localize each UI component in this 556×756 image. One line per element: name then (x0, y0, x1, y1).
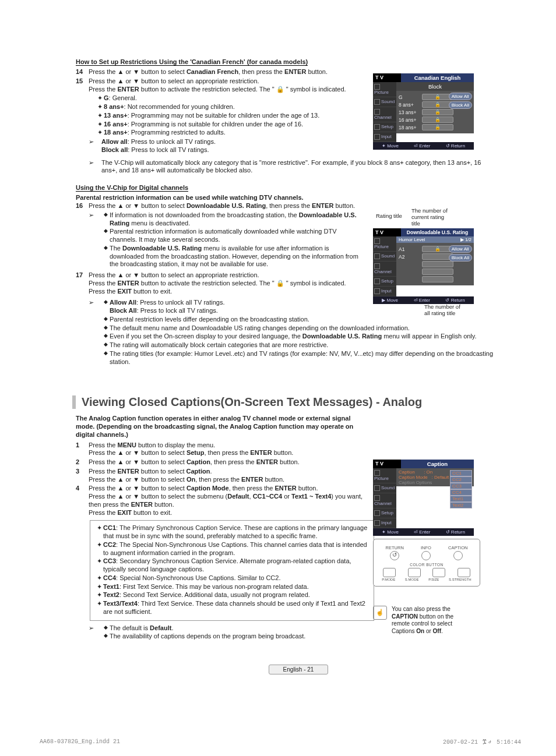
annotation-all-rating: The number of all rating title (424, 303, 460, 316)
tv-side-setup: Setup (381, 278, 393, 284)
text-bold: ENTER (284, 68, 306, 75)
rating-label: G (104, 94, 109, 101)
tv-side-sound: Sound (381, 253, 395, 259)
tv-page-indicator: 1/2 (465, 237, 471, 242)
text: , then press the (266, 202, 312, 209)
text-bold: Allow All (110, 299, 136, 306)
text: The default menu name and Downloadable U… (110, 324, 410, 333)
tv-caption-mode-row: Caption Mode (399, 475, 428, 480)
caption-intro: The Analog Caption function operates in … (76, 415, 367, 439)
text: Press the ▲ or ▼ button to select an app… (89, 77, 259, 84)
tv-block-all-button[interactable]: Block All (449, 101, 472, 109)
text: : Press to unlock all TV ratings. (128, 138, 216, 145)
rating-desc: : Programming may not be suitable for ch… (128, 112, 320, 119)
tv-sidebar: Picture Sound Channel Setup Input (373, 468, 396, 528)
tv-side-input: Input (381, 134, 392, 139)
caption-tip: ☝ You can also press the CAPTION button … (373, 606, 472, 635)
footer-metadata: AA68-03782G_Eng.indd 21 2007-02-21 ᎎ႕ 5:… (40, 739, 521, 746)
step-number: 17 (76, 271, 89, 295)
text: Press the (89, 288, 118, 295)
text: Press the ▲ or ▼ button to select (89, 202, 186, 209)
rating-desc: : Programming is not suitable for childr… (128, 121, 303, 128)
step-number: 15 (76, 77, 89, 156)
return-icon (390, 551, 399, 560)
tv-opt: CC1 (450, 470, 472, 476)
tv-footer-return: Return (451, 529, 465, 535)
rating-label: 8 ans+ (104, 103, 124, 110)
text: menu is deactivated. (129, 220, 190, 227)
tv-opt: CC4 (450, 489, 472, 496)
tv-side-channel: Channel (374, 269, 392, 274)
section-title-canadian-french: How to Set up Restrictions Using the 'Ca… (76, 58, 308, 66)
text: Parental restriction information is auto… (110, 228, 361, 244)
annotation-current-rating: The number of current rating title (411, 207, 448, 227)
tv-allow-all-button[interactable]: Allow All (449, 245, 472, 253)
text: Even if you set the On-screen display to… (110, 333, 302, 340)
text-bold: ENTER (312, 202, 333, 209)
footer-date: 2007-02-21 ᎎ႕ 5:16:44 (443, 739, 521, 746)
text: button. (333, 202, 355, 209)
tv-allow-all-button[interactable]: Allow All (449, 93, 472, 100)
text-bold: Downloadable U.S. Rating (302, 333, 382, 340)
step-1: 1 Press the MENU button to display the m… (76, 441, 367, 458)
tv-side-setup: Setup (381, 124, 393, 129)
section-title-vchip-digital: Using the V-Chip for Digital channels (76, 184, 188, 192)
tv-row: 13 ans+ (399, 109, 422, 115)
text: button to activate the restriction selec… (139, 280, 346, 287)
tv-caption-mode-value: : Default (431, 475, 449, 480)
color-button-icon (383, 568, 396, 577)
text-bold: Downloadable U.S. Rating (122, 245, 202, 252)
text-bold: ENTER (118, 280, 139, 287)
tv-row: 8 ans+ (399, 102, 422, 108)
section-subtitle: Parental restriction information can be … (76, 194, 521, 201)
step-3: 3 Press the ENTER button to select Capti… (76, 468, 367, 484)
text-bold: EXIT (118, 288, 132, 295)
text-bold: Allow all (101, 138, 128, 145)
remote-psize-label: P.SIZE (428, 578, 439, 581)
remote-info-label: INFO (421, 545, 431, 550)
rating-label: 18 ans+ (104, 129, 128, 136)
rating-desc: : Not recommended for young children. (124, 103, 235, 110)
heading-closed-captions: Viewing Closed Captions(On-Screen Text M… (72, 395, 521, 409)
text: Press the (89, 86, 118, 93)
text: Press the ▲ or ▼ button to select (89, 68, 186, 75)
text: The default is (110, 624, 150, 631)
tv-caption-value: : On (424, 469, 432, 475)
remote-pmode-label: P.MODE (382, 578, 395, 581)
text-bold: Canadian French (186, 68, 238, 75)
tv-block-all-button[interactable]: Block All (449, 254, 472, 262)
remote-sstrength-label: S.STRENGTH (449, 578, 471, 581)
tv-row: G (399, 94, 422, 100)
text: : Press to lock all TV ratings. (137, 307, 218, 314)
remote-diagram: RETURN INFO CAPTION COLOR BUTTON P.MODE … (373, 539, 480, 587)
tv-mockup-canadian-english: T VCanadian English Picture Sound Channe… (373, 73, 474, 150)
color-button-icon (458, 568, 470, 577)
remote-smode-label: S.MODE (405, 578, 419, 581)
tv-sidebar: Picture Sound Channel Setup Input (373, 82, 396, 142)
tv-row: A1 (399, 246, 422, 252)
text-bold: Block all (101, 146, 128, 153)
tv-footer-enter: Enter (419, 298, 430, 303)
text: The availability of captions depends on … (110, 633, 305, 641)
text: The rating will automatically block cert… (110, 341, 328, 349)
tv-sidebar: Picture Sound Channel Setup Input (373, 236, 396, 296)
tv-side-picture: Picture (374, 90, 389, 95)
text: button to exit. (132, 288, 172, 295)
remote-caption-label: CAPTION (448, 545, 467, 550)
tv-menu-title: Canadian English (401, 73, 474, 82)
tv-footer-move: Move (387, 298, 399, 303)
color-button-icon (408, 568, 421, 577)
remote-return-label: RETURN (386, 545, 404, 550)
tv-mockup-caption: T VCaption Picture Sound Channel Setup I… (373, 460, 474, 536)
tv-opt: CC3 (450, 483, 472, 489)
tv-menu-title: Caption (401, 460, 474, 468)
tv-footer-move: Move (387, 143, 399, 149)
tv-footer-enter: Enter (419, 143, 430, 149)
tv-subheader: Block (396, 82, 474, 91)
text: : Press to unlock all TV ratings. (136, 299, 224, 306)
caption-definitions-box: ✦CC1: The Primary Synchronous Caption Se… (90, 520, 374, 620)
rating-label: 16 ans+ (104, 121, 128, 128)
tv-opt: CC2 (450, 476, 472, 483)
text: Parental restriction levels differ depen… (110, 316, 309, 324)
tv-side-channel: Channel (374, 115, 392, 120)
